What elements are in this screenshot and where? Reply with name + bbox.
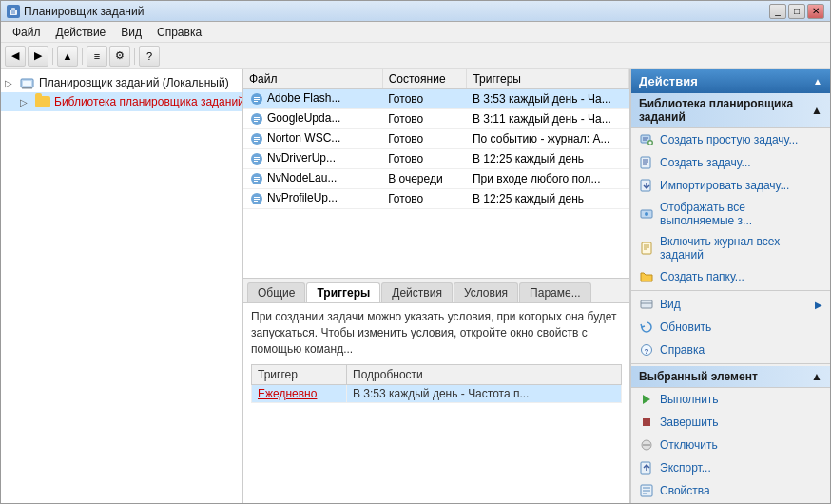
action-item-properties[interactable]: Свойства bbox=[631, 479, 830, 502]
svg-rect-46 bbox=[642, 242, 651, 254]
action-label-properties: Свойства bbox=[660, 484, 710, 497]
tree-child-icon bbox=[35, 94, 50, 109]
svg-rect-31 bbox=[254, 201, 258, 202]
toolbar: ◀ ▶ ▲ ≡ ⚙ ? bbox=[1, 43, 830, 69]
table-row[interactable]: NvDriverUp... Готово В 12:25 каждый день bbox=[243, 149, 629, 169]
action-icon-export bbox=[639, 460, 654, 475]
tab-условия[interactable]: Условия bbox=[454, 282, 518, 302]
table-row[interactable]: Norton WSC... Готово По событию - журнал… bbox=[243, 129, 629, 149]
action-label-run: Выполнить bbox=[660, 393, 719, 406]
action-item-create-simple[interactable]: Создать простую задачу... bbox=[631, 128, 830, 151]
task-trigger: По событию - журнал: А... bbox=[467, 129, 629, 149]
task-trigger: В 3:11 каждый день - Ча... bbox=[467, 109, 629, 129]
toolbar-sep-3 bbox=[134, 48, 135, 65]
action-icon-help: ? bbox=[639, 342, 654, 358]
action-label-create-simple: Создать простую задачу... bbox=[660, 133, 798, 146]
task-name: NvNodeLau... bbox=[243, 169, 382, 189]
task-status: В очереди bbox=[382, 169, 467, 189]
action-item-view[interactable]: Вид ▶ bbox=[631, 293, 830, 316]
menu-action[interactable]: Действие bbox=[48, 24, 114, 41]
tab-действия[interactable]: Действия bbox=[381, 282, 453, 302]
col-file[interactable]: Файл bbox=[243, 69, 382, 89]
toolbar-forward[interactable]: ▶ bbox=[28, 46, 48, 67]
action-label-folder: Создать папку... bbox=[660, 270, 744, 283]
minimize-button[interactable]: _ bbox=[769, 4, 786, 19]
detail-panel: ОбщиеТриггерыДействияУсловияПараме... Пр… bbox=[243, 279, 629, 503]
action-label-help: Справка bbox=[660, 343, 705, 357]
action-item-run[interactable]: Выполнить bbox=[631, 388, 830, 411]
task-trigger: В 3:53 каждый день - Ча... bbox=[467, 89, 629, 109]
task-status: Готово bbox=[382, 189, 467, 209]
task-list[interactable]: Файл Состояние Триггеры Adobe Flash... Г… bbox=[243, 69, 629, 279]
tree-root[interactable]: ▷ Планировщик заданий (Локальный) bbox=[1, 73, 242, 92]
col-status[interactable]: Состояние bbox=[382, 69, 467, 89]
action-label-import: Импортировать задачу... bbox=[660, 179, 789, 192]
separator bbox=[631, 363, 830, 364]
action-item-folder[interactable]: Создать папку... bbox=[631, 265, 830, 288]
toolbar-list[interactable]: ≡ bbox=[87, 46, 107, 67]
action-item-create-task[interactable]: Создать задачу... bbox=[631, 151, 830, 174]
table-row[interactable]: NvProfileUp... Готово В 12:25 каждый ден… bbox=[243, 189, 629, 209]
action-icon-view-running bbox=[639, 206, 654, 222]
svg-rect-14 bbox=[254, 119, 260, 120]
action-group-1: Выбранный элемент▲ Выполнить Завершить О… bbox=[631, 366, 830, 503]
action-icon-create-simple bbox=[639, 132, 654, 147]
svg-rect-13 bbox=[254, 117, 260, 118]
toolbar-help[interactable]: ? bbox=[139, 46, 160, 67]
svg-rect-27 bbox=[254, 181, 258, 182]
action-icon-properties bbox=[639, 483, 654, 498]
toolbar-sep-2 bbox=[82, 48, 83, 65]
action-label-stop: Завершить bbox=[660, 416, 719, 429]
action-item-stop[interactable]: Завершить bbox=[631, 411, 830, 434]
action-icon-import bbox=[639, 178, 654, 193]
table-row[interactable]: GoogleUpda... Готово В 3:11 каждый день … bbox=[243, 109, 629, 129]
task-name: NvProfileUp... bbox=[243, 189, 382, 209]
task-trigger: При входе любого пол... bbox=[467, 169, 629, 189]
svg-marker-54 bbox=[643, 395, 650, 404]
table-row[interactable]: NvNodeLau... В очереди При входе любого … bbox=[243, 169, 629, 189]
action-item-import[interactable]: Импортировать задачу... bbox=[631, 174, 830, 197]
task-status: Готово bbox=[382, 109, 467, 129]
action-label-export: Экспорт... bbox=[660, 461, 711, 475]
svg-rect-9 bbox=[254, 97, 260, 98]
tabs-bar: ОбщиеТриггерыДействияУсловияПараме... bbox=[243, 279, 629, 303]
action-icon-create-task bbox=[639, 155, 654, 170]
svg-point-45 bbox=[645, 212, 648, 216]
task-table: Файл Состояние Триггеры Adobe Flash... Г… bbox=[243, 69, 629, 209]
svg-rect-19 bbox=[254, 141, 258, 142]
trigger-row[interactable]: Ежедневно В 3:53 каждый день - Частота п… bbox=[252, 385, 622, 403]
toolbar-settings[interactable]: ⚙ bbox=[109, 46, 130, 67]
action-item-refresh[interactable]: Обновить bbox=[631, 316, 830, 339]
tab-параме[interactable]: Параме... bbox=[519, 282, 591, 302]
tab-общие[interactable]: Общие bbox=[247, 282, 305, 302]
actions-section: Действия ▲ Библиотека планировщика задан… bbox=[631, 69, 830, 503]
close-button[interactable]: ✕ bbox=[807, 4, 824, 19]
menu-view[interactable]: Вид bbox=[113, 24, 149, 41]
svg-rect-5 bbox=[23, 81, 31, 86]
trigger-col-details: Подробности bbox=[347, 365, 622, 385]
svg-rect-30 bbox=[254, 199, 260, 200]
tree-child[interactable]: ▷ Библиотека планировщика заданий bbox=[1, 92, 242, 111]
action-item-disable[interactable]: Отключить bbox=[631, 434, 830, 456]
action-icon-folder bbox=[639, 269, 654, 284]
left-panel: ▷ Планировщик заданий (Локальный) ▷ Библ… bbox=[1, 69, 243, 503]
tab-триггеры[interactable]: Триггеры bbox=[306, 282, 380, 302]
task-name: NvDriverUp... bbox=[243, 149, 382, 169]
action-item-view-running[interactable]: Отображать все выполняемые з... bbox=[631, 197, 830, 231]
toolbar-back[interactable]: ◀ bbox=[5, 46, 26, 67]
svg-rect-7 bbox=[22, 87, 32, 89]
action-item-export[interactable]: Экспорт... bbox=[631, 456, 830, 479]
action-item-help[interactable]: ? Справка bbox=[631, 339, 830, 361]
col-trigger[interactable]: Триггеры bbox=[467, 69, 629, 89]
maximize-button[interactable]: □ bbox=[788, 4, 805, 19]
menu-file[interactable]: Файл bbox=[5, 24, 48, 41]
menu-help[interactable]: Справка bbox=[149, 24, 209, 41]
task-name: Adobe Flash... bbox=[243, 89, 382, 109]
toolbar-sep-1 bbox=[52, 48, 53, 65]
app-icon bbox=[7, 5, 20, 18]
action-item-journal[interactable]: Включить журнал всех заданий bbox=[631, 231, 830, 265]
toolbar-up[interactable]: ▲ bbox=[57, 46, 78, 67]
trigger-description: При создании задачи можно указать услови… bbox=[251, 309, 622, 357]
table-row[interactable]: Adobe Flash... Готово В 3:53 каждый день… bbox=[243, 89, 629, 109]
tree-root-icon bbox=[20, 75, 35, 90]
